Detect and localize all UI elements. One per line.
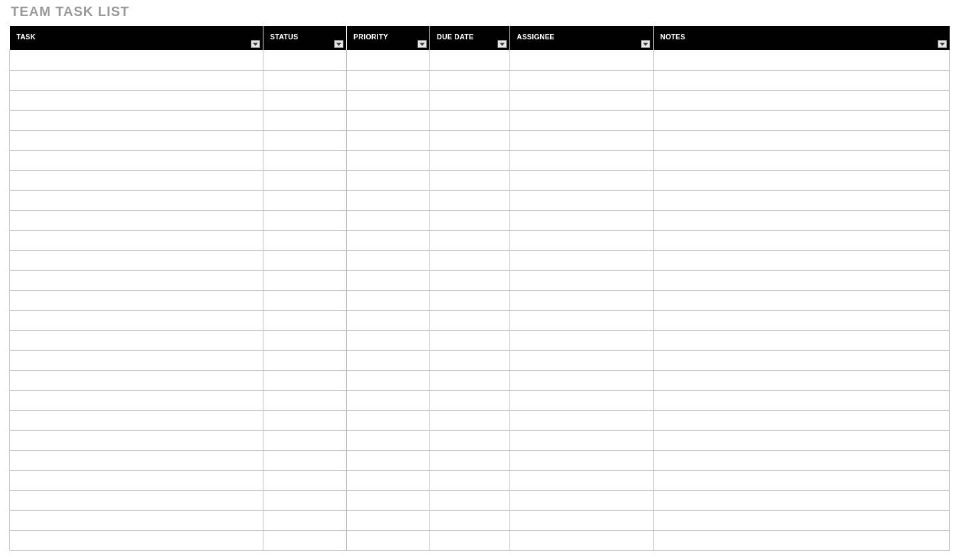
cell-duedate[interactable]	[430, 290, 510, 310]
cell-status[interactable]	[263, 250, 347, 270]
cell-task[interactable]	[10, 350, 263, 370]
cell-assignee[interactable]	[510, 90, 654, 110]
cell-assignee[interactable]	[510, 250, 654, 270]
cell-duedate[interactable]	[430, 190, 510, 210]
cell-task[interactable]	[10, 270, 263, 290]
cell-status[interactable]	[263, 390, 347, 410]
cell-assignee[interactable]	[510, 290, 654, 310]
cell-status[interactable]	[263, 150, 347, 170]
col-header-task[interactable]: TASK	[10, 26, 263, 50]
cell-duedate[interactable]	[430, 490, 510, 510]
cell-status[interactable]	[263, 410, 347, 430]
cell-priority[interactable]	[347, 270, 430, 290]
col-header-priority[interactable]: PRIORITY	[347, 26, 430, 50]
cell-duedate[interactable]	[430, 150, 510, 170]
cell-notes[interactable]	[654, 390, 950, 410]
cell-duedate[interactable]	[430, 170, 510, 190]
cell-assignee[interactable]	[510, 130, 654, 150]
cell-task[interactable]	[10, 110, 263, 130]
cell-task[interactable]	[10, 70, 263, 90]
cell-status[interactable]	[263, 230, 347, 250]
cell-priority[interactable]	[347, 390, 430, 410]
filter-dropdown-icon[interactable]	[938, 40, 947, 48]
cell-status[interactable]	[263, 350, 347, 370]
cell-assignee[interactable]	[510, 70, 654, 90]
cell-priority[interactable]	[347, 190, 430, 210]
cell-task[interactable]	[10, 310, 263, 330]
cell-notes[interactable]	[654, 370, 950, 390]
cell-notes[interactable]	[654, 190, 950, 210]
cell-notes[interactable]	[654, 410, 950, 430]
cell-assignee[interactable]	[510, 110, 654, 130]
cell-assignee[interactable]	[510, 310, 654, 330]
cell-assignee[interactable]	[510, 470, 654, 490]
cell-assignee[interactable]	[510, 190, 654, 210]
cell-duedate[interactable]	[430, 130, 510, 150]
cell-priority[interactable]	[347, 510, 430, 530]
cell-duedate[interactable]	[430, 70, 510, 90]
cell-priority[interactable]	[347, 470, 430, 490]
cell-duedate[interactable]	[430, 470, 510, 490]
cell-assignee[interactable]	[510, 510, 654, 530]
cell-status[interactable]	[263, 330, 347, 350]
cell-priority[interactable]	[347, 130, 430, 150]
cell-duedate[interactable]	[430, 50, 510, 70]
cell-notes[interactable]	[654, 490, 950, 510]
cell-task[interactable]	[10, 170, 263, 190]
cell-duedate[interactable]	[430, 370, 510, 390]
cell-task[interactable]	[10, 490, 263, 510]
cell-notes[interactable]	[654, 270, 950, 290]
cell-status[interactable]	[263, 310, 347, 330]
cell-task[interactable]	[10, 430, 263, 450]
cell-task[interactable]	[10, 470, 263, 490]
cell-assignee[interactable]	[510, 350, 654, 370]
cell-assignee[interactable]	[510, 50, 654, 70]
cell-task[interactable]	[10, 290, 263, 310]
cell-task[interactable]	[10, 130, 263, 150]
cell-status[interactable]	[263, 90, 347, 110]
cell-notes[interactable]	[654, 90, 950, 110]
cell-assignee[interactable]	[510, 450, 654, 470]
cell-task[interactable]	[10, 510, 263, 530]
cell-status[interactable]	[263, 290, 347, 310]
cell-duedate[interactable]	[430, 510, 510, 530]
cell-status[interactable]	[263, 270, 347, 290]
cell-task[interactable]	[10, 390, 263, 410]
cell-duedate[interactable]	[430, 430, 510, 450]
cell-assignee[interactable]	[510, 430, 654, 450]
cell-task[interactable]	[10, 330, 263, 350]
cell-priority[interactable]	[347, 210, 430, 230]
cell-task[interactable]	[10, 410, 263, 430]
cell-task[interactable]	[10, 230, 263, 250]
cell-task[interactable]	[10, 250, 263, 270]
cell-status[interactable]	[263, 530, 347, 550]
cell-priority[interactable]	[347, 250, 430, 270]
cell-duedate[interactable]	[430, 230, 510, 250]
cell-assignee[interactable]	[510, 390, 654, 410]
cell-assignee[interactable]	[510, 270, 654, 290]
cell-duedate[interactable]	[430, 270, 510, 290]
cell-notes[interactable]	[654, 150, 950, 170]
cell-priority[interactable]	[347, 90, 430, 110]
cell-notes[interactable]	[654, 470, 950, 490]
filter-dropdown-icon[interactable]	[334, 40, 343, 48]
cell-notes[interactable]	[654, 450, 950, 470]
cell-status[interactable]	[263, 510, 347, 530]
cell-notes[interactable]	[654, 510, 950, 530]
cell-priority[interactable]	[347, 110, 430, 130]
cell-priority[interactable]	[347, 230, 430, 250]
cell-task[interactable]	[10, 150, 263, 170]
cell-status[interactable]	[263, 70, 347, 90]
cell-notes[interactable]	[654, 70, 950, 90]
cell-task[interactable]	[10, 210, 263, 230]
cell-status[interactable]	[263, 430, 347, 450]
cell-status[interactable]	[263, 110, 347, 130]
cell-notes[interactable]	[654, 350, 950, 370]
cell-status[interactable]	[263, 450, 347, 470]
cell-duedate[interactable]	[430, 330, 510, 350]
cell-priority[interactable]	[347, 290, 430, 310]
cell-notes[interactable]	[654, 170, 950, 190]
cell-duedate[interactable]	[430, 90, 510, 110]
cell-duedate[interactable]	[430, 450, 510, 470]
cell-priority[interactable]	[347, 350, 430, 370]
